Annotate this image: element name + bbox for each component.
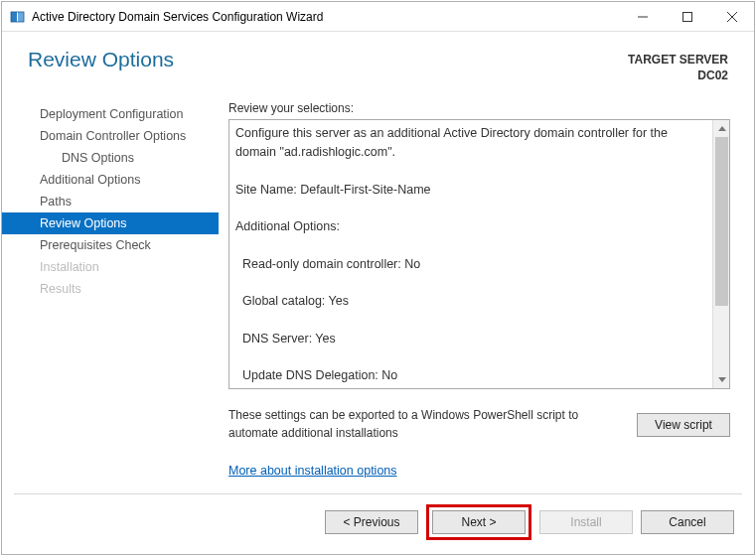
nav-step[interactable]: Review Options xyxy=(2,212,219,234)
review-label: Review your selections: xyxy=(228,101,730,115)
wizard-footer: < Previous Next > Install Cancel xyxy=(2,494,754,554)
previous-button[interactable]: < Previous xyxy=(325,510,418,534)
next-button[interactable]: Next > xyxy=(432,510,526,534)
target-server-block: TARGET SERVER DC02 xyxy=(628,48,728,83)
svg-rect-4 xyxy=(682,12,691,21)
step-nav: Deployment ConfigurationDomain Controlle… xyxy=(2,97,219,484)
nav-step[interactable]: Domain Controller Options xyxy=(2,125,219,147)
wizard-body: Deployment ConfigurationDomain Controlle… xyxy=(2,97,754,484)
nav-step[interactable]: Deployment Configuration xyxy=(2,103,219,125)
svg-rect-1 xyxy=(18,12,24,22)
scroll-up-arrow[interactable] xyxy=(713,120,730,137)
window-controls xyxy=(620,2,754,32)
next-button-highlight: Next > xyxy=(426,504,531,540)
install-button: Install xyxy=(539,510,633,534)
app-icon xyxy=(10,9,26,25)
minimize-button[interactable] xyxy=(620,2,665,32)
wizard-header: Review Options TARGET SERVER DC02 xyxy=(2,32,754,97)
close-button[interactable] xyxy=(709,2,754,32)
svg-marker-8 xyxy=(718,377,726,382)
wizard-window: Active Directory Domain Services Configu… xyxy=(1,1,755,555)
svg-rect-0 xyxy=(11,12,17,22)
nav-step[interactable]: Additional Options xyxy=(2,169,219,191)
scroll-thumb[interactable] xyxy=(715,137,728,306)
export-row: These settings can be exported to a Wind… xyxy=(228,407,730,442)
scroll-down-arrow[interactable] xyxy=(713,371,730,388)
page-heading: Review Options xyxy=(28,48,174,83)
target-label: TARGET SERVER xyxy=(628,52,728,68)
content-area: Review your selections: Configure this s… xyxy=(219,97,730,484)
titlebar: Active Directory Domain Services Configu… xyxy=(2,2,754,32)
nav-step: Installation xyxy=(2,256,219,278)
more-info-link[interactable]: More about installation options xyxy=(228,464,730,478)
window-title: Active Directory Domain Services Configu… xyxy=(32,10,620,24)
cancel-button[interactable]: Cancel xyxy=(641,510,734,534)
target-server-name: DC02 xyxy=(628,68,728,83)
nav-step[interactable]: DNS Options xyxy=(2,147,219,169)
review-textbox[interactable]: Configure this server as an additional A… xyxy=(228,119,730,389)
maximize-button[interactable] xyxy=(665,2,709,32)
svg-marker-7 xyxy=(718,126,726,131)
nav-step[interactable]: Prerequisites Check xyxy=(2,234,219,256)
export-text: These settings can be exported to a Wind… xyxy=(228,407,623,442)
scrollbar[interactable] xyxy=(712,120,729,388)
nav-step[interactable]: Paths xyxy=(2,191,219,212)
view-script-button[interactable]: View script xyxy=(637,413,730,437)
review-text: Configure this server as an additional A… xyxy=(229,120,711,388)
nav-step: Results xyxy=(2,278,219,300)
